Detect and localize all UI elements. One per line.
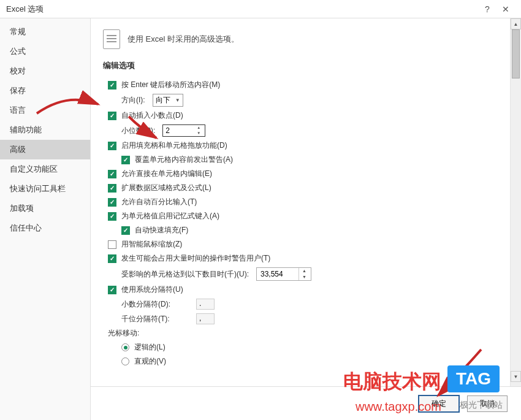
checkbox-extend-range[interactable] bbox=[108, 184, 116, 193]
dropdown-direction[interactable]: 向下 ▼ bbox=[153, 94, 183, 107]
checkbox-enter-move[interactable] bbox=[108, 81, 116, 90]
label-decimal-places: 小位数(P): bbox=[121, 126, 155, 136]
input-decimal-sep: . bbox=[196, 299, 215, 310]
document-icon bbox=[103, 29, 120, 49]
checkbox-intellimouse[interactable] bbox=[108, 240, 116, 249]
vertical-scrollbar[interactable]: ▲ ▼ bbox=[510, 18, 521, 420]
label-thousand-sep: 千位分隔符(T): bbox=[121, 314, 189, 324]
sidebar-item-save[interactable]: 保存 bbox=[0, 81, 90, 101]
sidebar-item-customize-ribbon[interactable]: 自定义功能区 bbox=[0, 159, 90, 179]
label-cursor-movement: 光标移动: bbox=[108, 328, 139, 338]
spinner-affected-cells-input[interactable] bbox=[257, 268, 299, 280]
label-long-op-warning: 发生可能会占用大量时间的操作时警告用户(T) bbox=[121, 253, 270, 264]
scroll-thumb[interactable] bbox=[512, 29, 520, 78]
label-intellimouse: 用智能鼠标缩放(Z) bbox=[121, 239, 182, 250]
radio-logical[interactable] bbox=[121, 343, 129, 351]
label-decimal-sep: 小数分隔符(D): bbox=[121, 299, 189, 310]
ok-button[interactable]: 确定 bbox=[418, 395, 460, 413]
spinner-decimal-places[interactable]: ▲ ▼ bbox=[162, 124, 205, 137]
input-thousand-sep: , bbox=[196, 313, 215, 324]
checkbox-edit-in-cell[interactable] bbox=[108, 170, 116, 178]
scroll-up-icon[interactable]: ▲ bbox=[511, 18, 521, 29]
close-button[interactable]: ✕ bbox=[496, 4, 515, 14]
scroll-down-icon[interactable]: ▼ bbox=[511, 371, 521, 382]
sidebar-item-addins[interactable]: 加载项 bbox=[0, 199, 90, 218]
sidebar: 常规 公式 校对 保存 语言 辅助功能 高级 自定义功能区 快速访问工具栏 加载… bbox=[0, 18, 91, 420]
dropdown-direction-value: 向下 bbox=[156, 95, 172, 105]
checkbox-overwrite-warning[interactable] bbox=[121, 156, 130, 164]
checkbox-system-separators[interactable] bbox=[108, 286, 116, 294]
cancel-button[interactable]: 取消 bbox=[467, 395, 508, 412]
label-auto-percent: 允许自动百分比输入(T) bbox=[121, 197, 197, 207]
checkbox-fill-handle[interactable] bbox=[108, 142, 116, 150]
label-affected-cells: 受影响的单元格达到以下数目时(千)(U): bbox=[121, 269, 249, 280]
checkbox-autocomplete[interactable] bbox=[108, 212, 116, 221]
radio-visual[interactable] bbox=[121, 357, 129, 365]
label-enter-move: 按 Enter 键后移动所选内容(M) bbox=[121, 80, 220, 90]
spinner-down-icon[interactable]: ▼ bbox=[299, 274, 310, 280]
section-title-editing: 编辑选项 bbox=[103, 60, 493, 71]
content-panel: 使用 Excel 时采用的高级选项。 编辑选项 按 Enter 键后移动所选内容… bbox=[91, 18, 510, 420]
sidebar-item-language[interactable]: 语言 bbox=[0, 101, 90, 120]
chevron-down-icon: ▼ bbox=[175, 97, 180, 103]
spinner-decimal-places-input[interactable] bbox=[163, 125, 194, 136]
label-flash-fill: 自动快速填充(F) bbox=[135, 225, 188, 235]
scroll-track[interactable] bbox=[511, 29, 521, 409]
spinner-up-icon[interactable]: ▲ bbox=[299, 268, 310, 274]
window-title: Excel 选项 bbox=[6, 4, 478, 15]
label-overwrite-warning: 覆盖单元格内容前发出警告(A) bbox=[135, 155, 233, 165]
spinner-up-icon[interactable]: ▲ bbox=[194, 125, 203, 131]
spinner-affected-cells[interactable]: ▲ ▼ bbox=[256, 267, 311, 281]
label-edit-in-cell: 允许直接在单元格内编辑(E) bbox=[121, 169, 212, 179]
page-header-text: 使用 Excel 时采用的高级选项。 bbox=[127, 34, 239, 45]
label-system-separators: 使用系统分隔符(U) bbox=[121, 284, 183, 295]
label-visual: 直观的(V) bbox=[134, 356, 166, 367]
sidebar-item-proofing[interactable]: 校对 bbox=[0, 61, 90, 81]
label-logical: 逻辑的(L) bbox=[134, 342, 165, 353]
spinner-down-icon[interactable]: ▼ bbox=[194, 131, 203, 136]
sidebar-item-quick-access[interactable]: 快速访问工具栏 bbox=[0, 179, 90, 199]
help-button[interactable]: ? bbox=[478, 4, 496, 14]
checkbox-long-op-warning[interactable] bbox=[108, 254, 116, 263]
label-direction: 方向(I): bbox=[121, 95, 145, 105]
sidebar-item-general[interactable]: 常规 bbox=[0, 22, 90, 42]
label-fill-handle: 启用填充柄和单元格拖放功能(D) bbox=[121, 140, 227, 151]
checkbox-auto-percent[interactable] bbox=[108, 198, 116, 207]
label-auto-decimal: 自动插入小数点(D) bbox=[121, 110, 183, 121]
sidebar-item-advanced[interactable]: 高级 bbox=[0, 140, 90, 159]
sidebar-item-trust-center[interactable]: 信任中心 bbox=[0, 218, 90, 238]
checkbox-auto-decimal[interactable] bbox=[108, 112, 116, 120]
sidebar-item-accessibility[interactable]: 辅助功能 bbox=[0, 120, 90, 140]
sidebar-item-formulas[interactable]: 公式 bbox=[0, 42, 90, 61]
label-autocomplete: 为单元格值启用记忆式键入(A) bbox=[121, 211, 219, 221]
label-extend-range: 扩展数据区域格式及公式(L) bbox=[121, 183, 211, 193]
checkbox-flash-fill[interactable] bbox=[121, 226, 130, 235]
